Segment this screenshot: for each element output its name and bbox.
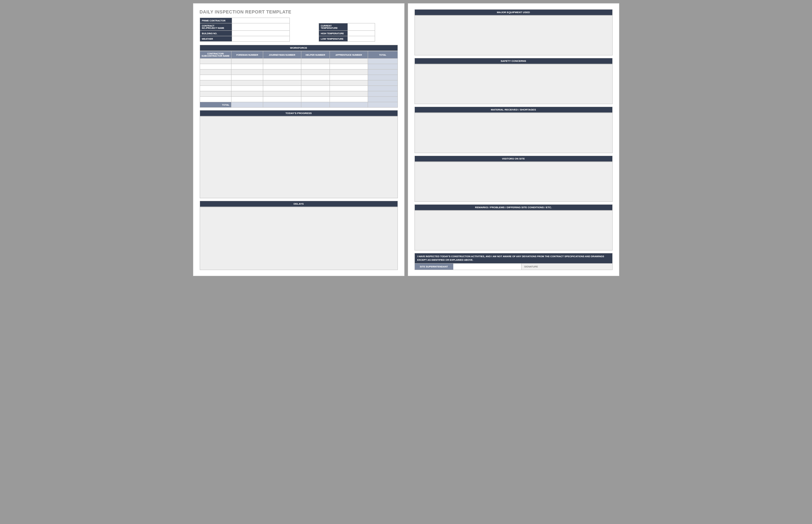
- page-1: DAILY INSPECTION REPORT TEMPLATE PRIME C…: [193, 3, 404, 276]
- safety-content[interactable]: [414, 64, 612, 104]
- col-header: APPRENTIUCE NUMBER: [330, 51, 368, 59]
- report-title: DAILY INSPECTION REPORT TEMPLATE: [200, 9, 398, 14]
- signature-field[interactable]: [544, 264, 612, 270]
- page-2: MAJOR EQUIPMENT USED SAFETY CONCERNS MAT…: [408, 3, 619, 276]
- table-row: [200, 75, 398, 80]
- field-label: PRIME CONTRACTOR: [200, 18, 232, 23]
- equipment-content[interactable]: [414, 15, 612, 55]
- table-row: [200, 97, 398, 102]
- col-header: FOREMAN NUMBER: [232, 51, 263, 59]
- superintendant-label: SITE SUPERINTENDANT: [415, 264, 453, 270]
- progress-content[interactable]: [200, 116, 398, 198]
- table-row: [200, 80, 398, 86]
- field-value[interactable]: [232, 23, 289, 31]
- col-header: CONTRACTOR/ SUBCONTRACTOR NAME: [200, 51, 232, 59]
- table-row: [200, 91, 398, 97]
- header-fields-row: PRIME CONTRACTOR CONTRACT NO./PROJECT NA…: [200, 18, 398, 42]
- field-label: CURRENT TEMPERATURE: [319, 23, 348, 31]
- field-value[interactable]: [348, 31, 375, 36]
- table-row: [200, 86, 398, 91]
- certification-text: I HAVE INSPECTED TODAY'S CONSTRUCTION AC…: [414, 253, 612, 264]
- safety-header: SAFETY CONCERNS: [414, 58, 612, 64]
- right-field-table: CURRENT TEMPERATURE HIGH TEMPERATURE LOW…: [319, 23, 375, 42]
- remarks-content[interactable]: [414, 210, 612, 250]
- material-content[interactable]: [414, 113, 612, 153]
- certification-block: I HAVE INSPECTED TODAY'S CONSTRUCTION AC…: [414, 253, 612, 270]
- total-label: TOTAL: [200, 102, 232, 108]
- equipment-section: MAJOR EQUIPMENT USED: [414, 9, 612, 55]
- field-value[interactable]: [232, 31, 289, 36]
- material-header: MATERIAL RECEIVED / SHORTAGES: [414, 107, 612, 113]
- table-row: [200, 59, 398, 64]
- visitors-section: VISITORS ON SITE: [414, 155, 612, 202]
- safety-section: SAFETY CONCERNS: [414, 58, 612, 104]
- visitors-header: VISITORS ON SITE: [414, 155, 612, 162]
- field-label: WEATHER: [200, 36, 232, 42]
- progress-header: TODAY'S PROGRESS: [200, 110, 398, 116]
- col-header: TOTAL: [368, 51, 398, 59]
- field-label: HIGH TEMPERATURE: [319, 31, 348, 36]
- field-label: BUILDING NO.: [200, 31, 232, 36]
- field-value[interactable]: [348, 23, 375, 31]
- signature-label: SIGNATURE: [522, 264, 544, 270]
- remarks-section: REMARKS / PROBLEMS / DIFFERING SITE COND…: [414, 204, 612, 250]
- table-row: [200, 64, 398, 69]
- progress-section: TODAY'S PROGRESS: [200, 110, 398, 198]
- delays-content[interactable]: [200, 207, 398, 270]
- table-row: [200, 69, 398, 75]
- col-header: HELPER NUMBER: [301, 51, 330, 59]
- workforce-table: CONTRACTOR/ SUBCONTRACTOR NAME FOREMAN N…: [200, 51, 398, 108]
- delays-section: DELAYS: [200, 201, 398, 270]
- field-value[interactable]: [232, 36, 289, 42]
- field-value[interactable]: [348, 36, 375, 42]
- field-label: LOW TEMPERATURE: [319, 36, 348, 42]
- col-header: JOURNEYMAN NUMBER: [263, 51, 301, 59]
- workforce-header: WORKFORCE: [200, 45, 398, 51]
- delays-header: DELAYS: [200, 201, 398, 207]
- superintendant-field[interactable]: [453, 264, 522, 270]
- visitors-content[interactable]: [414, 162, 612, 202]
- equipment-header: MAJOR EQUIPMENT USED: [414, 9, 612, 15]
- field-label: CONTRACT NO./PROJECT NAME: [200, 23, 232, 31]
- material-section: MATERIAL RECEIVED / SHORTAGES: [414, 107, 612, 153]
- signature-row: SITE SUPERINTENDANT SIGNATURE: [414, 264, 612, 270]
- total-row: TOTAL: [200, 102, 398, 108]
- left-field-table: PRIME CONTRACTOR CONTRACT NO./PROJECT NA…: [200, 18, 290, 42]
- remarks-header: REMARKS / PROBLEMS / DIFFERING SITE COND…: [414, 204, 612, 210]
- field-value[interactable]: [232, 18, 289, 23]
